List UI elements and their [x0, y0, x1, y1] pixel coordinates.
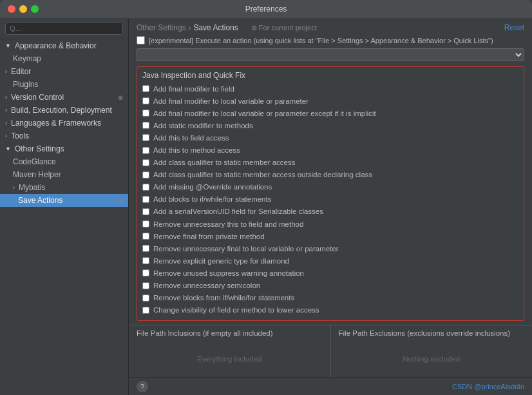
chevron-down-icon: ▼	[5, 43, 11, 49]
checkbox-item: Add this to method access	[142, 144, 518, 156]
checkbox-add-missing-override[interactable]	[142, 184, 149, 191]
checkbox-label-add-this-method: Add this to method access	[153, 145, 240, 155]
checkbox-label-add-blocks: Add blocks to if/while/for statements	[153, 194, 271, 204]
maximize-button[interactable]	[31, 5, 39, 13]
checkbox-item: Add final modifier to local variable or …	[142, 95, 518, 107]
inclusions-header: File Path Inclusions (if empty all inclu…	[129, 325, 331, 341]
checkbox-item: Add final modifier to local variable or …	[142, 107, 518, 119]
chevron-right-icon: ›	[5, 94, 7, 101]
breadcrumb-current: Save Actions	[193, 23, 238, 32]
nothing-excluded-text: Nothing excluded	[403, 355, 460, 363]
sidebar-item-label: Other Settings	[15, 144, 64, 153]
checkbox-add-final-field[interactable]	[142, 85, 149, 92]
checkbox-label-add-this-field: Add this to field access	[153, 133, 229, 143]
sidebar-item-other-settings[interactable]: ▼ Other Settings	[0, 142, 128, 155]
checkbox-label-change-visibility: Change visibility of field or method to …	[153, 305, 319, 315]
sidebar-item-tools[interactable]: › Tools	[0, 130, 128, 142]
sidebar-item-save-actions[interactable]: Save Actions ⚙	[0, 194, 128, 207]
sidebar-item-editor[interactable]: › Editor	[0, 65, 128, 78]
checkbox-add-static[interactable]	[142, 122, 149, 129]
sidebar-item-label: Languages & Frameworks	[11, 119, 101, 128]
breadcrumb: Other Settings › Save Actions ⊕ For curr…	[129, 18, 532, 36]
preferences-window: Preferences ▼ Appearance & Behavior Keym…	[0, 0, 532, 395]
project-scope-label[interactable]: ⊕ For current project	[251, 24, 317, 32]
search-input[interactable]	[5, 22, 123, 35]
checkbox-remove-final-private[interactable]	[142, 233, 149, 240]
exclusions-header: File Path Exclusions (exclusions overrid…	[331, 325, 533, 341]
sidebar-item-mybatis[interactable]: › Mybatis	[0, 181, 128, 194]
checkbox-list: Add final modifier to fieldAdd final mod…	[137, 82, 524, 320]
sidebar-item-plugins[interactable]: Plugins	[0, 78, 128, 91]
dropdown-row	[129, 47, 532, 65]
checkbox-add-this-method[interactable]	[142, 147, 149, 154]
checkbox-add-this-field[interactable]	[142, 134, 149, 141]
checkbox-label-add-static: Add static modifier to methods	[153, 120, 253, 131]
checkbox-label-remove-blocks: Remove blocks from if/while/for statemen…	[153, 293, 294, 303]
sidebar-item-keymap[interactable]: Keymap	[0, 52, 128, 65]
right-panel: Other Settings › Save Actions ⊕ For curr…	[129, 18, 532, 395]
chevron-right-icon: ›	[13, 184, 15, 191]
checkbox-label-remove-unnecessary-final: Remove unnecessary final to local variab…	[153, 244, 339, 254]
checkbox-change-visibility[interactable]	[142, 307, 149, 314]
checkbox-add-final-local[interactable]	[142, 97, 149, 104]
chevron-right-icon: ›	[5, 68, 7, 75]
checkbox-add-serial[interactable]	[142, 208, 149, 215]
chevron-down-icon: ▼	[5, 146, 11, 152]
experimental-row: [experimental] Execute an action (using …	[129, 36, 532, 47]
chevron-right-icon: ›	[5, 133, 7, 139]
help-button[interactable]: ?	[137, 381, 148, 392]
exclusions-pane: Nothing excluded	[331, 341, 533, 377]
checkbox-label-add-final-local: Add final modifier to local variable or …	[153, 96, 309, 106]
inspection-box: Java Inspection and Quick Fix Add final …	[137, 66, 524, 321]
inspection-title: Java Inspection and Quick Fix	[137, 67, 524, 82]
checkbox-item: Change visibility of field or method to …	[142, 304, 518, 316]
quick-list-dropdown[interactable]	[137, 48, 524, 61]
minimize-button[interactable]	[19, 5, 27, 13]
sidebar-item-label: CodeGlance	[13, 157, 56, 166]
checkbox-item: Remove explicit generic type for diamond	[142, 255, 518, 267]
everything-included-text: Everything included	[197, 355, 261, 363]
checkbox-remove-unused-suppress[interactable]	[142, 269, 149, 276]
traffic-lights	[8, 5, 39, 13]
titlebar: Preferences	[0, 0, 532, 18]
sidebar-item-languages[interactable]: › Languages & Frameworks	[0, 117, 128, 130]
checkbox-add-class-qualifier-outside[interactable]	[142, 171, 149, 178]
bottom-bar: ? CSDN @princeAladdin	[129, 377, 532, 395]
breadcrumb-parent: Other Settings	[137, 23, 186, 32]
sidebar-item-label: Version Control	[11, 93, 64, 102]
sidebar-item-version-control[interactable]: › Version Control ⊕	[0, 91, 128, 104]
reset-button[interactable]: Reset	[504, 23, 524, 32]
sidebar-item-label: Build, Execution, Deployment	[11, 106, 112, 115]
checkbox-item: Add final modifier to field	[142, 82, 518, 95]
sidebar-item-label: Editor	[11, 67, 31, 76]
checkbox-item: Remove unnecessary this to field and met…	[142, 218, 518, 230]
sidebar-item-build[interactable]: › Build, Execution, Deployment	[0, 104, 128, 117]
gear-icon: ⚙	[117, 197, 123, 204]
checkbox-remove-explicit-generic[interactable]	[142, 257, 149, 264]
checkbox-remove-unnecessary-semicolon[interactable]	[142, 282, 149, 289]
checkbox-item: Add class qualifier to static member acc…	[142, 169, 518, 181]
checkbox-item: Remove unnecessary semicolon	[142, 280, 518, 292]
checkbox-remove-unnecessary-this[interactable]	[142, 220, 149, 227]
checkbox-item: Add this to field access	[142, 131, 518, 144]
sidebar-item-maven-helper[interactable]: Maven Helper	[0, 168, 128, 181]
checkbox-label-remove-unused-suppress: Remove unused suppress warning annotatio…	[153, 268, 304, 278]
close-button[interactable]	[8, 5, 15, 13]
checkbox-remove-blocks[interactable]	[142, 294, 149, 302]
window-title: Preferences	[245, 5, 287, 14]
checkbox-label-remove-unnecessary-this: Remove unnecessary this to field and met…	[153, 219, 303, 229]
checkbox-add-final-local-implicit[interactable]	[142, 110, 149, 117]
sidebar-item-codeglance[interactable]: CodeGlance	[0, 155, 128, 168]
sidebar-item-label: Plugins	[13, 80, 38, 89]
checkbox-label-add-missing-override: Add missing @Override annotations	[153, 182, 272, 192]
checkbox-label-remove-final-private: Remove final from private method	[153, 231, 265, 242]
sidebar-item-appearance[interactable]: ▼ Appearance & Behavior	[0, 39, 128, 52]
checkbox-add-class-qualifier[interactable]	[142, 159, 149, 166]
checkbox-item: Remove final from private method	[142, 230, 518, 242]
checkbox-item: Remove unused suppress warning annotatio…	[142, 267, 518, 279]
checkbox-remove-unnecessary-final[interactable]	[142, 245, 149, 252]
watermark: CSDN @princeAladdin	[452, 383, 524, 390]
checkbox-add-blocks[interactable]	[142, 196, 149, 203]
experimental-checkbox[interactable]	[137, 36, 145, 44]
main-content: ▼ Appearance & Behavior Keymap › Editor …	[0, 18, 532, 395]
